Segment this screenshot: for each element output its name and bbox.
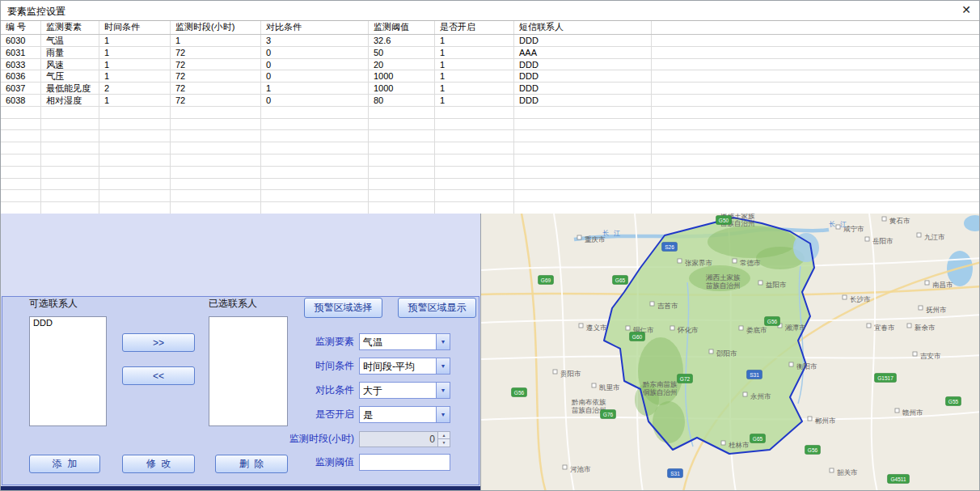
warning-area-show-button[interactable]: 预警区域显示 — [398, 298, 476, 318]
table-cell — [261, 154, 369, 166]
city-label: 九江市 — [924, 233, 945, 241]
city-label: 吉安市 — [920, 352, 941, 360]
table-cell: 20 — [369, 59, 435, 70]
table-cell — [652, 179, 980, 190]
table-cell — [435, 179, 514, 190]
table-cell — [171, 142, 261, 154]
table-cell: DDD — [514, 59, 652, 70]
table-cell — [652, 167, 980, 178]
move-right-button[interactable]: >> — [122, 333, 195, 352]
table-cell — [435, 167, 514, 178]
config-area: 可选联系人 已选联系人 DDD >> << 预警区域选择 预警区域显示 监测要素… — [1, 214, 480, 486]
spinner-down-icon[interactable]: ▼ — [438, 438, 450, 447]
table-cell — [99, 202, 171, 214]
city-marker-icon — [867, 324, 871, 328]
road-label: G60 — [632, 334, 643, 340]
element-monitor-window: 要素监控设置 ✕ 编 号监测要素时间条件监测时段(小时)对比条件监测阈值是否开启… — [0, 0, 980, 491]
column-header[interactable]: 编 号 — [1, 21, 41, 34]
city-label: 湘西土家族 — [705, 273, 741, 281]
enabled-select[interactable]: 是 ▼ — [359, 406, 450, 423]
table-cell: 32.6 — [369, 35, 435, 46]
monitor-table: 编 号监测要素时间条件监测时段(小时)对比条件监测阈值是否开启短信联系人 603… — [1, 20, 980, 214]
table-row[interactable]: 6033风速1720201DDD — [1, 59, 980, 71]
city-marker-icon — [865, 237, 869, 241]
city-label: 怀化市 — [677, 326, 699, 334]
column-header[interactable]: 短信联系人 — [514, 21, 652, 34]
table-cell — [1, 202, 41, 214]
city-label: 新余市 — [915, 324, 936, 332]
modify-button[interactable]: 修 改 — [122, 455, 195, 473]
chevron-down-icon[interactable]: ▼ — [436, 358, 450, 374]
element-field-label: 监测要素 — [249, 335, 354, 349]
table-cell — [261, 179, 369, 190]
spinner-up-icon[interactable]: ▲ — [438, 432, 450, 439]
table-row[interactable]: 6030气温11332.61DDD — [1, 35, 980, 47]
table-cell — [369, 107, 435, 118]
table-cell — [369, 154, 435, 166]
city-label: 常德市 — [740, 259, 761, 267]
time-condition-select[interactable]: 时间段-平均 ▼ — [359, 358, 450, 375]
element-select[interactable]: 气温 ▼ — [359, 333, 450, 350]
map[interactable]: 恩施土家族苗族自治州黄石市咸宁市九江市重庆市岳阳市张家界市常德市湘西土家族苗族自… — [480, 214, 980, 491]
chevron-down-icon[interactable]: ▼ — [436, 407, 450, 422]
table-cell: 1 — [99, 70, 171, 82]
column-header[interactable]: 是否开启 — [435, 21, 514, 34]
threshold-input[interactable] — [359, 454, 450, 471]
city-label: 韶关市 — [837, 468, 858, 476]
chevron-down-icon[interactable]: ▼ — [436, 383, 450, 398]
city-marker-icon — [743, 392, 747, 396]
city-marker-icon — [919, 306, 923, 310]
warning-area-select-button[interactable]: 预警区域选择 — [304, 298, 382, 318]
city-label: 张家界市 — [685, 259, 713, 267]
table-cell: 6030 — [1, 35, 41, 46]
table-cell — [99, 154, 171, 166]
table-cell — [1, 142, 41, 154]
column-header[interactable]: 监测要素 — [41, 21, 99, 34]
add-button[interactable]: 添 加 — [29, 455, 100, 473]
table-cell: AAA — [514, 47, 652, 58]
table-cell — [1, 190, 41, 201]
table-cell: 72 — [171, 70, 261, 82]
map-canvas[interactable]: 恩施土家族苗族自治州黄石市咸宁市九江市重庆市岳阳市张家界市常德市湘西土家族苗族自… — [481, 214, 980, 491]
road-label: S31 — [750, 372, 759, 378]
table-row[interactable]: 6036气压172010001DDD — [1, 70, 980, 83]
chevron-down-icon[interactable]: ▼ — [436, 334, 450, 349]
period-spinner[interactable]: 0 ▲ ▼ — [359, 431, 450, 447]
table-cell: 50 — [369, 47, 435, 58]
table-cell — [41, 179, 99, 190]
table-cell — [369, 202, 435, 214]
table-cell: DDD — [514, 35, 652, 46]
compare-condition-select[interactable]: 大于 ▼ — [359, 382, 450, 399]
move-left-button[interactable]: << — [122, 366, 195, 385]
column-header[interactable]: 对比条件 — [261, 21, 369, 34]
city-marker-icon — [592, 383, 596, 387]
city-label: 抚州市 — [926, 306, 947, 314]
city-marker-icon — [830, 468, 834, 472]
delete-button[interactable]: 删 除 — [215, 455, 288, 473]
city-label: 黄石市 — [889, 217, 910, 225]
table-cell — [652, 59, 980, 70]
table-row[interactable]: 6031雨量1720501AAA — [1, 47, 980, 59]
table-cell — [99, 142, 171, 154]
table-cell — [514, 154, 652, 166]
column-header[interactable]: 监测时段(小时) — [171, 21, 261, 34]
table-cell — [435, 154, 514, 166]
column-header[interactable]: 监测阈值 — [369, 21, 435, 34]
city-marker-icon — [913, 352, 917, 356]
table-cell: 1 — [435, 95, 514, 106]
table-cell — [99, 190, 171, 201]
table-cell — [171, 119, 261, 130]
column-header[interactable]: 时间条件 — [99, 21, 171, 34]
table-cell: 最低能见度 — [41, 83, 99, 94]
table-cell — [41, 119, 99, 130]
available-contacts-list[interactable]: DDD — [29, 316, 107, 426]
table-cell: 72 — [171, 95, 261, 106]
table-cell: DDD — [514, 95, 652, 106]
table-row[interactable]: 6037最低能见度272110001DDD — [1, 83, 980, 95]
table-empty-row — [1, 142, 980, 154]
contact-item[interactable]: DDD — [30, 317, 106, 328]
close-icon[interactable]: ✕ — [961, 3, 971, 16]
table-cell — [261, 190, 369, 201]
table-row[interactable]: 6038相对湿度1720801DDD — [1, 95, 980, 107]
city-marker-icon — [579, 324, 583, 328]
